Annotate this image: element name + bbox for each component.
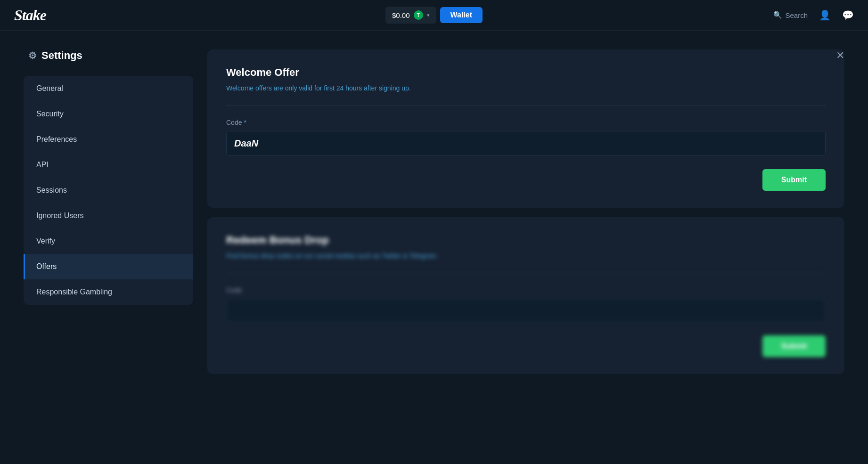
bonus-submit-row: Submit xyxy=(226,335,826,357)
sidebar-item-verify[interactable]: Verify xyxy=(24,228,193,254)
profile-icon: 👤 xyxy=(819,10,831,20)
bonus-code-input-blurred xyxy=(226,299,826,322)
sidebar-item-general[interactable]: General xyxy=(24,76,193,101)
page-content: ⚙ Settings General Security Preferences … xyxy=(0,31,868,393)
search-icon: 🔍 xyxy=(773,11,782,19)
profile-button[interactable]: 👤 xyxy=(819,9,831,21)
sidebar-nav: General Security Preferences API Session… xyxy=(24,76,193,305)
currency-icon: T xyxy=(414,10,423,20)
balance-amount: $0.00 xyxy=(392,11,410,19)
redeem-bonus-card: Redeem Bonus Drop Find bonus drop codes … xyxy=(207,217,844,374)
main-content: Welcome Offer Welcome offers are only va… xyxy=(207,49,844,374)
sidebar-item-responsible-gambling[interactable]: Responsible Gambling xyxy=(24,279,193,305)
balance-button[interactable]: $0.00 T ▾ xyxy=(385,7,436,24)
bonus-submit-button[interactable]: Submit xyxy=(762,335,826,357)
submit-row: Submit xyxy=(226,169,826,191)
welcome-offer-description: Welcome offers are only valid for first … xyxy=(226,84,826,92)
sidebar-item-security[interactable]: Security xyxy=(24,101,193,127)
redeem-bonus-content: Redeem Bonus Drop Find bonus drop codes … xyxy=(226,234,826,322)
welcome-offer-card: Welcome Offer Welcome offers are only va… xyxy=(207,49,844,208)
submit-button[interactable]: Submit xyxy=(762,169,826,191)
settings-title: ⚙ Settings xyxy=(24,49,193,62)
sidebar-item-api[interactable]: API xyxy=(24,152,193,178)
card-divider xyxy=(226,105,826,106)
sidebar-item-ignored-users[interactable]: Ignored Users xyxy=(24,203,193,228)
chevron-down-icon: ▾ xyxy=(427,12,430,18)
header-right: 🔍 Search 👤 💬 xyxy=(773,9,854,21)
header-center: $0.00 T ▾ Wallet xyxy=(385,7,483,24)
code-input[interactable] xyxy=(226,131,826,156)
header: Stake $0.00 T ▾ Wallet 🔍 Search 👤 💬 xyxy=(0,0,868,31)
settings-panel: ⚙ Settings General Security Preferences … xyxy=(24,49,193,374)
redeem-bonus-title: Redeem Bonus Drop xyxy=(226,234,826,246)
settings-title-text: Settings xyxy=(41,49,82,62)
close-button[interactable]: ✕ xyxy=(836,49,844,62)
code-label: Code * xyxy=(226,119,826,126)
welcome-offer-title: Welcome Offer xyxy=(226,66,826,79)
sidebar-item-sessions[interactable]: Sessions xyxy=(24,178,193,203)
required-star: * xyxy=(244,119,246,126)
bonus-code-label: Code xyxy=(226,286,826,294)
wallet-button[interactable]: Wallet xyxy=(440,7,483,23)
card-divider-2 xyxy=(226,273,826,273)
redeem-bonus-description: Find bonus drop codes on our social medi… xyxy=(226,252,826,260)
sidebar-item-offers[interactable]: Offers xyxy=(24,254,193,279)
chat-icon: 💬 xyxy=(842,10,854,20)
sidebar-item-preferences[interactable]: Preferences xyxy=(24,127,193,152)
chat-button[interactable]: 💬 xyxy=(842,9,854,21)
logo: Stake xyxy=(14,7,46,24)
search-label: Search xyxy=(785,11,808,19)
gear-icon: ⚙ xyxy=(28,50,37,61)
search-button[interactable]: 🔍 Search xyxy=(773,11,808,19)
